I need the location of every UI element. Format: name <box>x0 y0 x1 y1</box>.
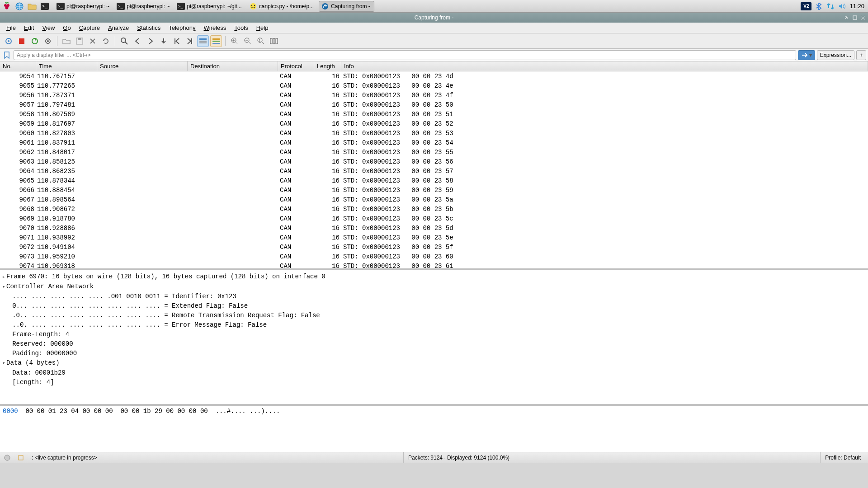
web-browser-icon[interactable] <box>14 1 25 12</box>
packet-row[interactable]: 9054110.767157CAN16STD: 0x00000123 00 00… <box>0 71 868 81</box>
network-icon[interactable] <box>826 2 835 11</box>
column-header-time[interactable]: Time <box>36 61 97 71</box>
packet-row[interactable]: 9066110.888454CAN16STD: 0x00000123 00 00… <box>0 185 868 195</box>
detail-frame[interactable]: Frame 6970: 16 bytes on wire (128 bits),… <box>6 273 326 280</box>
packet-row[interactable]: 9068110.908672CAN16STD: 0x00000123 00 00… <box>0 204 868 214</box>
go-to-packet-icon[interactable] <box>158 35 170 47</box>
status-profile[interactable]: Profile: Default <box>820 452 865 463</box>
menu-edit[interactable]: Edit <box>20 23 38 32</box>
taskbar-window-3[interactable]: canpico.py - /home/p... <box>247 1 318 12</box>
go-back-icon[interactable] <box>132 35 143 47</box>
bluetooth-icon[interactable] <box>814 2 823 11</box>
close-button[interactable] <box>860 14 866 21</box>
detail-rtr[interactable]: .0.. .... .... .... .... .... .... .... … <box>1 311 867 320</box>
go-first-icon[interactable] <box>171 35 183 47</box>
raspberry-menu-icon[interactable] <box>1 1 13 12</box>
file-manager-icon[interactable] <box>26 1 38 12</box>
packet-row[interactable]: 9067110.898564CAN16STD: 0x00000123 00 00… <box>0 195 868 204</box>
terminal-launcher-icon[interactable]: >_ <box>39 1 51 12</box>
menu-statistics[interactable]: Statistics <box>133 23 164 32</box>
taskbar-window-1[interactable]: >_pi@raspberrypi: ~ <box>114 1 174 12</box>
volume-icon[interactable] <box>838 2 847 11</box>
detail-framelen[interactable]: Frame-Length: 4 <box>1 330 867 339</box>
expand-icon[interactable]: ▸ <box>1 272 6 282</box>
packet-details-pane[interactable]: ▸Frame 6970: 16 bytes on wire (128 bits)… <box>0 270 868 406</box>
packet-row[interactable]: 9056110.787371CAN16STD: 0x00000123 00 00… <box>0 90 868 100</box>
menu-view[interactable]: View <box>38 23 58 32</box>
packet-row[interactable]: 9061110.837911CAN16STD: 0x00000123 00 00… <box>0 138 868 147</box>
packet-row[interactable]: 9062110.848017CAN16STD: 0x00000123 00 00… <box>0 147 868 157</box>
detail-error[interactable]: ..0. .... .... .... .... .... .... .... … <box>1 320 867 330</box>
menu-tools[interactable]: Tools <box>231 23 251 32</box>
detail-length[interactable]: [Length: 4] <box>1 378 867 387</box>
column-header-source[interactable]: Source <box>97 61 188 71</box>
detail-padding[interactable]: Padding: 00000000 <box>1 349 867 358</box>
bytes-ascii[interactable]: ...#.... ...).... <box>215 408 280 415</box>
menu-help[interactable]: Help <box>253 23 272 32</box>
detail-data[interactable]: Data: 00001b29 <box>1 368 867 378</box>
taskbar-window-0[interactable]: >_pi@raspberrypi: ~ <box>54 1 113 12</box>
column-header-protocol[interactable]: Protocol <box>278 61 314 71</box>
packet-row[interactable]: 9074110.969318CAN16STD: 0x00000123 00 00… <box>0 261 868 270</box>
menu-telephony[interactable]: Telephony <box>165 23 199 32</box>
maximize-button[interactable] <box>852 14 858 21</box>
column-header-destination[interactable]: Destination <box>188 61 278 71</box>
packet-row[interactable]: 9065110.878344CAN16STD: 0x00000123 00 00… <box>0 176 868 185</box>
bytes-hex[interactable]: 00 00 01 23 04 00 00 00 00 00 1b 29 00 0… <box>18 408 216 415</box>
packet-bytes-pane[interactable]: 0000 00 00 01 23 04 00 00 00 00 00 1b 29… <box>0 406 868 452</box>
restart-capture-icon[interactable] <box>29 35 41 47</box>
reload-icon[interactable] <box>100 35 112 47</box>
capture-options-icon[interactable] <box>42 35 54 47</box>
packet-row[interactable]: 9073110.959210CAN16STD: 0x00000123 00 00… <box>0 252 868 261</box>
save-file-icon[interactable] <box>74 35 85 47</box>
packet-row[interactable]: 9069110.918780CAN16STD: 0x00000123 00 00… <box>0 214 868 223</box>
detail-identifier[interactable]: .... .... .... .... .... .001 0010 0011 … <box>1 292 867 301</box>
menu-capture[interactable]: Capture <box>75 23 104 32</box>
autoscroll-icon[interactable] <box>197 35 209 47</box>
packet-row[interactable]: 9072110.949104CAN16STD: 0x00000123 00 00… <box>0 242 868 252</box>
collapse-icon[interactable]: ▾ <box>1 359 6 368</box>
vnc-icon[interactable]: V2 <box>801 2 811 10</box>
menu-analyze[interactable]: Analyze <box>104 23 132 32</box>
minimize-button[interactable] <box>844 14 850 21</box>
display-filter-input[interactable] <box>14 50 796 60</box>
detail-reserved[interactable]: Reserved: 000000 <box>1 339 867 349</box>
packet-row[interactable]: 9063110.858125CAN16STD: 0x00000123 00 00… <box>0 157 868 166</box>
expert-info-icon[interactable] <box>3 453 12 462</box>
go-forward-icon[interactable] <box>145 35 156 47</box>
find-packet-icon[interactable] <box>118 35 130 47</box>
close-file-icon[interactable] <box>87 35 99 47</box>
column-header-length[interactable]: Length <box>314 61 341 71</box>
expression-button[interactable]: Expression... <box>817 50 854 60</box>
go-last-icon[interactable] <box>184 35 196 47</box>
packet-row[interactable]: 9060110.827803CAN16STD: 0x00000123 00 00… <box>0 128 868 138</box>
apply-filter-button[interactable]: ▾ <box>798 50 815 60</box>
packet-row[interactable]: 9071110.938992CAN16STD: 0x00000123 00 00… <box>0 233 868 242</box>
start-capture-icon[interactable] <box>3 35 14 47</box>
detail-data-header[interactable]: Data (4 bytes) <box>6 359 60 366</box>
packet-row[interactable]: 9059110.817697CAN16STD: 0x00000123 00 00… <box>0 119 868 128</box>
column-header-no[interactable]: No. <box>0 61 36 71</box>
taskbar-window-4[interactable]: Capturing from - <box>319 1 374 12</box>
column-header-info[interactable]: Info <box>341 61 868 71</box>
bytes-offset[interactable]: 0000 <box>3 408 18 415</box>
open-file-icon[interactable] <box>61 35 72 47</box>
resize-columns-icon[interactable] <box>268 35 280 47</box>
packet-list[interactable]: 9054110.767157CAN16STD: 0x00000123 00 00… <box>0 71 868 270</box>
zoom-out-icon[interactable] <box>242 35 254 47</box>
stop-capture-icon[interactable] <box>16 35 28 47</box>
zoom-reset-icon[interactable]: 1 <box>255 35 267 47</box>
taskbar-window-2[interactable]: >_pi@raspberrypi: ~/git... <box>175 1 245 12</box>
zoom-in-icon[interactable] <box>229 35 241 47</box>
packet-row[interactable]: 9064110.868235CAN16STD: 0x00000123 00 00… <box>0 166 868 176</box>
detail-extended[interactable]: 0... .... .... .... .... .... .... .... … <box>1 301 867 311</box>
packet-row[interactable]: 9070110.928886CAN16STD: 0x00000123 00 00… <box>0 223 868 233</box>
detail-can[interactable]: Controller Area Network <box>6 283 94 290</box>
add-filter-button[interactable]: + <box>856 50 866 60</box>
clock[interactable]: 11:20 <box>849 3 864 9</box>
packet-row[interactable]: 9055110.777265CAN16STD: 0x00000123 00 00… <box>0 81 868 90</box>
menu-wireless[interactable]: Wireless <box>200 23 230 32</box>
menu-go[interactable]: Go <box>59 23 74 32</box>
collapse-icon[interactable]: ▾ <box>1 282 6 292</box>
menu-file[interactable]: File <box>3 23 19 32</box>
